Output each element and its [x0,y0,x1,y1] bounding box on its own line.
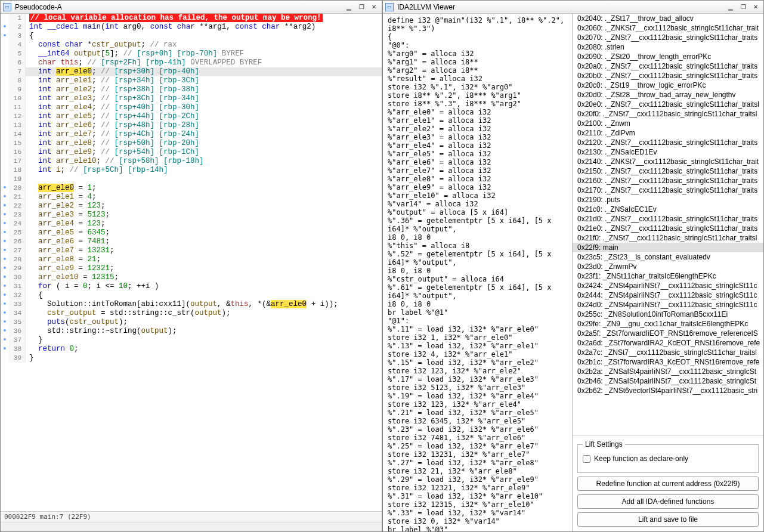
code-line[interactable]: 16 int arr_ele9; // [rsp+54h] [rbp-1Ch] [1,148,382,157]
symbol-row[interactable]: 0x21f0: ._ZNSt7__cxx1112basic_stringIcSt… [573,233,763,243]
code-line[interactable]: •23 arr_ele3 = 5123; [1,211,382,219]
llvm-line: %".36" = getelementptr [5 x i64], [5 x i… [388,216,567,233]
pseudocode-editor[interactable]: 1// local variable allocation has failed… [1,14,382,511]
symbol-row[interactable]: 0x22f9: main [573,243,763,252]
symbol-row[interactable]: 0x2130: ._ZNSaIcED1Ev [573,147,763,157]
code-line[interactable]: 11 int arr_ele4; // [rsp+40h] [rbp-30h] [1,103,382,112]
symbol-row[interactable]: 0x2150: ._ZNSt7__cxx1112basic_stringIcSt… [573,166,763,176]
code-line[interactable]: •27 arr_ele7 = 13231; [1,246,382,255]
code-line[interactable]: 18 int i; // [rsp+5Ch] [rbp-14h] [1,166,382,175]
minimize-button[interactable]: ▁ [725,3,736,11]
code-line[interactable]: 10 int arr_ele3; // [rsp+3Ch] [rbp-34h] [1,94,382,103]
pane-icon: ▭ [385,3,394,11]
symbol-row[interactable]: 0x2140: ._ZNKSt7__cxx1112basic_stringIcS… [573,157,763,166]
symbol-row[interactable]: 0x20b0: ._ZNSt7__cxx1112basic_stringIcSt… [573,71,763,81]
restore-button[interactable]: ❐ [738,3,748,11]
redefine-button[interactable]: Redefine function at current address (0x… [577,477,759,491]
symbol-row[interactable]: 0x29fe: _ZN9__gnu_cxx11char_traitsIcE6le… [573,319,763,329]
symbol-row[interactable]: 0x2a5f: _ZSt7forwardIiEOT_RNSt16remove_r… [573,329,763,338]
symbol-row[interactable]: 0x2040: ._ZSt17__throw_bad_allocv [573,14,763,23]
symbol-row[interactable]: 0x21c0: ._ZNSaIcEC1Ev [573,205,763,214]
symbol-row[interactable]: 0x2110: ._ZdlPvm [573,128,763,138]
code-line[interactable]: •3{ [1,32,382,41]
code-line[interactable]: 5 __int64 output[5]; // [rsp+0h] [rbp-70… [1,50,382,58]
code-line[interactable]: •25 arr_ele5 = 6345; [1,228,382,237]
symbol-row[interactable]: 0x20a0: ._ZNSt7__cxx1112basic_stringIcSt… [573,61,763,71]
symbol-row[interactable]: 0x2b2a: _ZNSaISt4pairIiNSt7__cxx1112basi… [573,367,763,376]
symbol-row[interactable]: 0x2070: ._ZNSt7__cxx1112basic_stringIcSt… [573,33,763,42]
code-line[interactable]: •37 } [1,336,382,345]
code-line[interactable]: •31 for ( i = 0; i <= 10; ++i ) [1,282,382,291]
code-line[interactable]: •36 std::string::~string(output); [1,327,382,336]
code-line[interactable]: 6 char this; // [rsp+2Fh] [rbp-41h] OVER… [1,58,382,67]
code-line[interactable]: 13 int arr_ele6; // [rsp+48h] [rbp-28h] [1,121,382,130]
code-line[interactable]: 9 int arr_ele2; // [rsp+38h] [rbp-38h] [1,85,382,94]
code-line[interactable]: •22 arr_ele2 = 123; [1,202,382,211]
minimize-button[interactable]: ▁ [344,3,354,11]
code-line[interactable]: •26 arr_ele6 = 7481; [1,237,382,246]
code-line[interactable]: •32 { [1,291,382,300]
symbol-row[interactable]: 0x2060: ._ZNKSt7__cxx1112basic_stringIcS… [573,23,763,33]
add-all-button[interactable]: Add all IDA-defined functions [577,494,759,509]
symbol-row[interactable]: 0x2160: ._ZNSt7__cxx1112basic_stringIcSt… [573,176,763,185]
symbol-row[interactable]: 0x23c5: _ZSt23__is_constant_evaluatedv [573,252,763,262]
code-line[interactable]: 7 int arr_ele0; // [rsp+30h] [rbp-40h] [1,67,382,76]
code-line[interactable]: •30 arr_ele10 = 12315; [1,273,382,282]
close-button[interactable]: ✕ [369,3,379,11]
code-line[interactable]: •35 puts(cstr_output); [1,318,382,327]
code-line[interactable]: 15 int arr_ele8; // [rsp+50h] [rbp-20h] [1,139,382,148]
code-line[interactable]: 39} [1,354,382,363]
code-line[interactable]: •2int __cdecl main(int arg0, const char … [1,23,382,32]
symbol-row[interactable]: 0x2b1c: _ZSt7forwardIRA3_KcEOT_RNSt16rem… [573,357,763,367]
code-line[interactable]: 12 int arr_ele5; // [rsp+44h] [rbp-2Ch] [1,112,382,121]
horizontal-scrollbar[interactable] [1,522,382,531]
save-button[interactable]: Lift and save to file [577,512,759,527]
code-line[interactable]: 4 const char *cstr_output; // rax [1,41,382,50]
symbol-row[interactable]: 0x2080: .strlen [573,42,763,52]
symbol-row[interactable]: 0x2100: ._Znwm [573,119,763,128]
symbol-row[interactable]: 0x2a7c: _ZNSt7__cxx1112basic_stringIcSt1… [573,348,763,357]
code-line[interactable]: 19 [1,175,382,184]
keep-declare-checkbox[interactable]: Keep function as declare-only [583,454,753,463]
symbol-row[interactable]: 0x20f0: ._ZNSt7__cxx1112basic_stringIcSt… [573,109,763,119]
symbol-row[interactable]: 0x23f1: _ZNSt11char_traitsIcE6lengthEPKc [573,271,763,281]
symbol-row[interactable]: 0x2b62: _ZNSt6vectorISt4pairIiNSt7__cxx1… [573,386,763,395]
symbol-row[interactable]: 0x255c: _ZN8Solution10intToRomanB5cxx11E… [573,310,763,319]
code-line[interactable]: 17 int arr_ele10; // [rsp+58h] [rbp-18h] [1,157,382,166]
llvm-line: %".52" = getelementptr [5 x i64], [5 x i… [388,250,567,267]
llvm-line: %".13" = load i32, i32* %"arr_ele1" [388,342,567,350]
code-line[interactable]: •34 cstr_output = std::string::c_str(out… [1,309,382,318]
symbol-row[interactable]: 0x2170: ._ZNSt7__cxx1112basic_stringIcSt… [573,185,763,195]
code-line[interactable]: 14 int arr_ele7; // [rsp+4Ch] [rbp-24h] [1,130,382,139]
restore-button[interactable]: ❐ [356,3,367,11]
code-line[interactable]: •33 Solution::intToRoman[abi:cxx11](outp… [1,300,382,309]
symbol-row[interactable]: 0x2190: .puts [573,195,763,205]
symbol-row[interactable]: 0x2424: _ZNSt4pairIiNSt7__cxx1112basic_s… [573,281,763,290]
symbol-row[interactable]: 0x23d0: _ZnwmPv [573,262,763,271]
code-line[interactable]: •20 arr_ele0 = 1; [1,184,382,193]
llvm-ir-viewer[interactable]: define i32 @"main"(i32 %".1", i8** %".2"… [383,14,573,531]
code-line[interactable]: 8 int arr_ele1; // [rsp+34h] [rbp-3Ch] [1,76,382,85]
code-line[interactable]: •28 arr_ele8 = 21; [1,255,382,264]
symbol-list[interactable]: 0x2040: ._ZSt17__throw_bad_allocv0x2060:… [573,14,763,435]
symbol-row[interactable]: 0x2a6d: _ZSt7forwardIRA2_KcEOT_RNSt16rem… [573,338,763,348]
code-line[interactable]: •29 arr_ele9 = 12321; [1,264,382,273]
symbol-row[interactable]: 0x2444: _ZNSt4pairIiNSt7__cxx1112basic_s… [573,290,763,300]
symbol-row[interactable]: 0x2b46: _ZNSaISt4pairIiNSt7__cxx1112basi… [573,376,763,386]
code-line[interactable]: 1// local variable allocation has failed… [1,14,382,23]
llvm-line: br label %"@1" [388,308,567,317]
symbol-sidebar: 0x2040: ._ZSt17__throw_bad_allocv0x2060:… [573,14,763,531]
symbol-row[interactable]: 0x21d0: ._ZNSt7__cxx1112basic_stringIcSt… [573,214,763,224]
symbol-row[interactable]: 0x20d0: ._ZSt28__throw_bad_array_new_len… [573,90,763,100]
symbol-row[interactable]: 0x20c0: ._ZSt19__throw_logic_errorPKc [573,81,763,90]
code-line[interactable]: •38 return 0; [1,345,382,354]
code-line[interactable]: •21 arr_ele1 = 4; [1,193,382,202]
close-button[interactable]: ✕ [750,3,761,11]
symbol-row[interactable]: 0x21e0: ._ZNSt7__cxx1112basic_stringIcSt… [573,224,763,233]
symbol-row[interactable]: 0x20e0: ._ZNSt7__cxx1112basic_stringIcSt… [573,100,763,109]
symbol-row[interactable]: 0x2090: ._ZSt20__throw_length_errorPKc [573,52,763,61]
symbol-row[interactable]: 0x24d0: _ZNSt4pairIiNSt7__cxx1112basic_s… [573,300,763,310]
symbol-row[interactable]: 0x2120: ._ZNSt7__cxx1112basic_stringIcSt… [573,138,763,147]
keep-declare-input[interactable] [583,455,590,463]
code-line[interactable]: •24 arr_ele4 = 123; [1,219,382,228]
